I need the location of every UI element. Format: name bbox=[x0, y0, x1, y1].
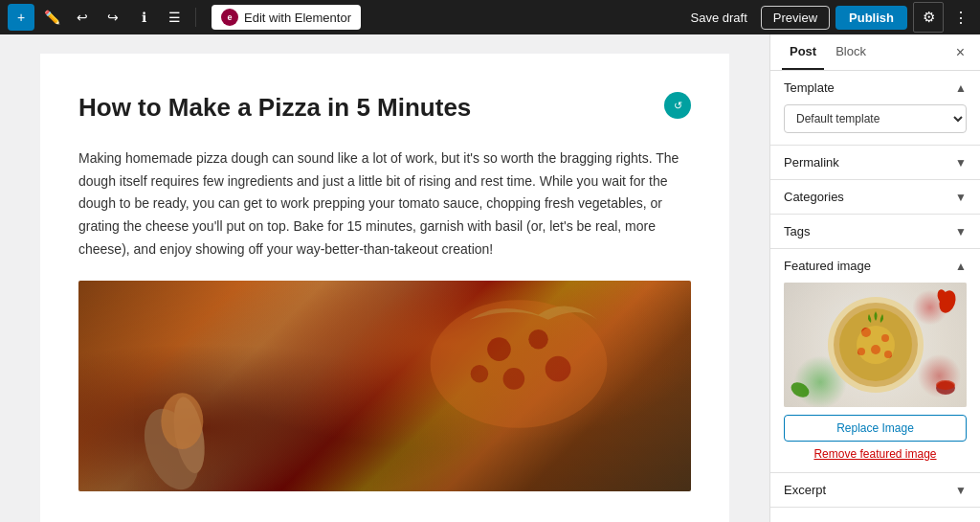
svg-point-6 bbox=[546, 356, 571, 382]
permalink-section-label: Permalink bbox=[784, 155, 839, 170]
categories-section-header[interactable]: Categories ▼ bbox=[770, 180, 980, 214]
settings-button[interactable]: ⚙ bbox=[913, 2, 944, 33]
edit-with-elementor-button[interactable]: e Edit with Elementor bbox=[212, 5, 361, 30]
avatar-icon: ↺ bbox=[674, 100, 682, 112]
sidebar-tab-bar: Post Block × bbox=[770, 34, 980, 71]
hand-svg bbox=[78, 365, 293, 491]
sauce-bowl-svg bbox=[932, 373, 959, 399]
excerpt-section-header[interactable]: Excerpt ▼ bbox=[770, 473, 980, 507]
excerpt-section: Excerpt ▼ bbox=[770, 473, 980, 508]
avatar: ↺ bbox=[664, 92, 691, 119]
tab-post[interactable]: Post bbox=[782, 34, 824, 70]
sidebar: Post Block × Template ▲ Default template… bbox=[769, 34, 980, 522]
undo-button[interactable]: ↩ bbox=[69, 4, 96, 31]
template-section-body: Default template Full width template Bla… bbox=[770, 104, 980, 145]
svg-point-3 bbox=[431, 300, 608, 427]
featured-image-section-header[interactable]: Featured image ▲ bbox=[770, 249, 980, 283]
pencil-icon: ✏️ bbox=[44, 10, 60, 25]
categories-section: Categories ▼ bbox=[770, 180, 980, 215]
edit-mode-button[interactable]: ✏️ bbox=[38, 4, 65, 31]
replace-image-button[interactable]: Replace Image bbox=[784, 415, 967, 442]
featured-image-preview[interactable] bbox=[784, 283, 967, 407]
tags-section-header[interactable]: Tags ▼ bbox=[770, 215, 980, 248]
post-body[interactable]: Making homemade pizza dough can sound li… bbox=[78, 148, 691, 261]
gear-icon: ⚙ bbox=[923, 9, 935, 26]
more-icon: ⋮ bbox=[953, 9, 969, 27]
tab-block[interactable]: Block bbox=[828, 34, 874, 70]
pizza-topdown-svg bbox=[823, 292, 928, 397]
svg-point-7 bbox=[503, 368, 525, 390]
categories-section-label: Categories bbox=[784, 190, 844, 204]
pizza-topping-svg bbox=[366, 290, 672, 438]
redo-icon: ↪ bbox=[107, 10, 119, 25]
tags-section-label: Tags bbox=[784, 224, 810, 238]
undo-icon: ↩ bbox=[77, 10, 88, 25]
template-select[interactable]: Default template Full width template Bla… bbox=[784, 104, 967, 133]
add-block-button[interactable]: + bbox=[8, 4, 34, 31]
featured-image-chevron-up-icon: ▲ bbox=[955, 260, 967, 273]
template-section-header[interactable]: Template ▲ bbox=[770, 71, 980, 104]
excerpt-section-label: Excerpt bbox=[784, 483, 826, 497]
featured-pizza-image bbox=[784, 283, 967, 407]
permalink-chevron-down-icon: ▼ bbox=[955, 156, 967, 170]
main-area: How to Make a Pizza in 5 Minutes ↺ Makin… bbox=[0, 34, 980, 522]
plus-icon: + bbox=[17, 10, 25, 25]
redo-button[interactable]: ↪ bbox=[100, 4, 126, 31]
elementor-button-label: Edit with Elementor bbox=[244, 11, 351, 25]
post-title[interactable]: How to Make a Pizza in 5 Minutes bbox=[78, 92, 471, 125]
more-options-button[interactable]: ⋮ bbox=[949, 2, 972, 33]
categories-chevron-down-icon: ▼ bbox=[955, 191, 967, 204]
post-image bbox=[78, 281, 691, 491]
tags-chevron-down-icon: ▼ bbox=[955, 225, 967, 238]
editor-content: How to Make a Pizza in 5 Minutes ↺ Makin… bbox=[40, 54, 729, 522]
permalink-section: Permalink ▼ bbox=[770, 146, 980, 180]
svg-point-4 bbox=[487, 337, 511, 361]
info-button[interactable]: ℹ bbox=[130, 4, 157, 31]
pepper-svg bbox=[933, 287, 962, 316]
sidebar-close-button[interactable]: × bbox=[952, 40, 969, 65]
remove-featured-image-link[interactable]: Remove featured image bbox=[784, 447, 967, 461]
svg-point-20 bbox=[789, 379, 812, 400]
svg-point-5 bbox=[528, 329, 548, 350]
excerpt-chevron-down-icon: ▼ bbox=[955, 484, 967, 497]
list-view-button[interactable]: ☰ bbox=[161, 4, 188, 31]
tags-section: Tags ▼ bbox=[770, 215, 980, 249]
featured-image-section-label: Featured image bbox=[784, 259, 871, 273]
featured-image-body: Replace Image Remove featured image bbox=[770, 283, 980, 472]
template-section-label: Template bbox=[784, 80, 835, 95]
toolbar: + ✏️ ↩ ↪ ℹ ☰ e Edit with Elementor Save … bbox=[0, 0, 980, 34]
title-row: How to Make a Pizza in 5 Minutes ↺ bbox=[78, 92, 691, 148]
template-chevron-up-icon: ▲ bbox=[955, 81, 967, 95]
publish-button[interactable]: Publish bbox=[835, 6, 907, 30]
herb-svg bbox=[789, 378, 813, 402]
featured-image-section: Featured image ▲ bbox=[770, 249, 980, 473]
svg-point-8 bbox=[471, 365, 488, 382]
preview-button[interactable]: Preview bbox=[761, 6, 830, 30]
info-icon: ℹ bbox=[142, 10, 146, 25]
svg-point-2 bbox=[161, 393, 203, 449]
elementor-logo-letter: e bbox=[227, 12, 232, 22]
permalink-section-header[interactable]: Permalink ▼ bbox=[770, 146, 980, 179]
svg-point-22 bbox=[936, 380, 955, 390]
template-section: Template ▲ Default template Full width t… bbox=[770, 71, 980, 146]
editor-area: How to Make a Pizza in 5 Minutes ↺ Makin… bbox=[0, 34, 769, 522]
toolbar-actions: Save draft Preview Publish ⚙ ⋮ bbox=[683, 2, 972, 33]
toolbar-divider bbox=[195, 8, 196, 27]
svg-point-17 bbox=[857, 326, 895, 364]
elementor-logo: e bbox=[221, 9, 238, 26]
save-draft-button[interactable]: Save draft bbox=[683, 7, 755, 29]
list-icon: ☰ bbox=[168, 10, 181, 25]
